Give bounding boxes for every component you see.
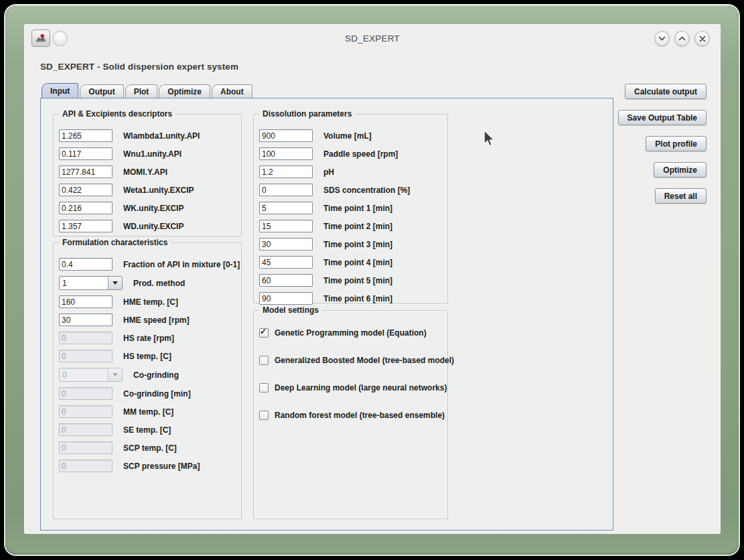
label-hme-speed-rpm: HME speed [rpm] [123, 316, 190, 325]
field-hme-speed-rpm[interactable] [59, 313, 113, 326]
field-scp-pressure-mpa [59, 460, 113, 472]
field-wd-unity-excip[interactable] [59, 220, 113, 232]
combo-value: 1 [60, 277, 108, 289]
field-row: Wnu1.unity.API [59, 147, 241, 160]
checkbox-deep-learning-model-large-neural-networks[interactable] [259, 383, 269, 393]
checkbox-random-forest-model-tree-based-ensemble[interactable] [259, 411, 269, 420]
label-volume-ml: Volume [mL] [323, 131, 372, 141]
field-row: HME speed [rpm] [59, 313, 241, 326]
checkbox-generalized-boosted-model-tree-based-model[interactable] [259, 356, 269, 365]
field-row: SCP pressure [MPa] [59, 460, 241, 472]
label-co-grinding: Co-grinding [133, 370, 179, 380]
field-row: HS rate [rpm] [59, 332, 241, 344]
field-row: Volume [mL] [259, 129, 447, 142]
field-ph[interactable] [259, 165, 313, 178]
group-title: Formulation characteristics [59, 238, 171, 247]
label-wnu1-unity-api: Wnu1.unity.API [123, 149, 181, 159]
field-wnu1-unity-api[interactable] [59, 147, 113, 160]
checkbox-label: Deep Learning model (large neural networ… [275, 383, 447, 393]
label-hme-temp-c: HME temp. [C] [123, 297, 178, 307]
field-time-point-4-min[interactable] [259, 256, 313, 269]
combo-prod-method[interactable]: 1 [59, 276, 123, 290]
tab-bar: InputOutputPlotOptimizeAbout [42, 84, 254, 98]
label-time-point-6-min: Time point 6 [min] [323, 294, 392, 303]
chevron-up-icon[interactable] [674, 31, 690, 46]
field-row: Time point 3 [min] [259, 238, 447, 251]
label-time-point-2-min: Time point 2 [min] [323, 222, 392, 231]
field-sds-concentration[interactable] [259, 184, 313, 196]
field-time-point-3-min[interactable] [259, 238, 313, 251]
label-scp-temp-c: SCP temp. [C] [123, 443, 177, 453]
group-dissolution-parameters: Dissolution parameters Volume [mL]Paddle… [253, 114, 448, 303]
page-title: SD_EXPERT - Solid dispersion expert syst… [40, 62, 238, 72]
field-row: HS temp. [C] [59, 350, 241, 362]
label-wd-unity-excip: WD.unity.EXCIP [123, 222, 183, 231]
label-sds-concentration: SDS concentration [%] [323, 186, 410, 195]
plot-profile-button[interactable]: Plot profile [646, 136, 706, 151]
field-row: Wlambda1.unity.API [59, 129, 241, 142]
field-time-point-2-min[interactable] [259, 220, 313, 232]
label-fraction-of-api-in-mixture-0-1: Fraction of API in mixture [0-1] [123, 260, 240, 269]
chevron-down-icon[interactable] [654, 31, 670, 46]
label-ph: pH [323, 167, 334, 177]
field-row: Time point 5 [min] [259, 274, 447, 287]
optimize-button[interactable]: Optimize [654, 162, 706, 178]
chevron-down-icon [108, 368, 122, 381]
field-hs-rate-rpm [59, 332, 113, 344]
field-volume-ml[interactable] [259, 129, 313, 142]
combo-co-grinding: 0 [59, 368, 123, 382]
checkbox-row: Deep Learning model (large neural networ… [259, 383, 447, 393]
field-wlambda1-unity-api[interactable] [59, 129, 113, 142]
field-wk-unity-excip[interactable] [59, 202, 113, 214]
group-title: API & Excipients descriptors [59, 109, 175, 119]
input-tab-panel: API & Excipients descriptors Wlambda1.un… [40, 98, 613, 531]
field-row: 0Co-grinding [59, 368, 241, 382]
label-weta1-unity-excip: Weta1.unity.EXCIP [123, 186, 194, 195]
label-co-grinding-min: Co-grinding [min] [123, 389, 191, 399]
checkbox-label: Random forest model (tree-based ensemble… [275, 411, 445, 420]
dropdown-arrow [113, 373, 118, 376]
close-icon[interactable] [694, 31, 710, 46]
field-momi-y-api[interactable] [59, 165, 113, 178]
field-time-point-5-min[interactable] [259, 274, 313, 287]
group-title: Model settings [259, 305, 322, 315]
tab-optimize[interactable]: Optimize [159, 84, 210, 98]
field-time-point-6-min[interactable] [259, 292, 313, 305]
tab-input[interactable]: Input [42, 83, 78, 98]
field-row: Time point 4 [min] [259, 256, 447, 269]
group-formulation-characteristics: Formulation characteristics Fraction of … [53, 242, 242, 519]
save-output-table-button[interactable]: Save Output Table [618, 110, 706, 125]
checkbox-row: Generalized Boosted Model (tree-based mo… [259, 356, 447, 365]
field-time-point-1-min[interactable] [259, 202, 313, 214]
label-wlambda1-unity-api: Wlambda1.unity.API [123, 131, 200, 141]
field-weta1-unity-excip[interactable] [59, 184, 113, 196]
tab-about[interactable]: About [212, 84, 252, 98]
tab-plot[interactable]: Plot [125, 84, 158, 98]
tab-output[interactable]: Output [80, 84, 123, 98]
field-hme-temp-c[interactable] [59, 295, 113, 308]
label-scp-pressure-mpa: SCP pressure [MPa] [123, 462, 200, 471]
field-row: Paddle speed [rpm] [259, 147, 447, 160]
chevron-down-icon[interactable] [108, 277, 122, 289]
window-controls [654, 31, 710, 46]
field-row: pH [259, 165, 447, 178]
field-paddle-speed-rpm[interactable] [259, 147, 313, 160]
reset-all-button[interactable]: Reset all [655, 188, 706, 204]
label-wk-unity-excip: WK.unity.EXCIP [123, 204, 183, 213]
group-api-excipients-descriptors: API & Excipients descriptors Wlambda1.un… [53, 114, 242, 236]
field-row: SE temp. [C] [59, 423, 241, 436]
field-row: HME temp. [C] [59, 295, 241, 308]
calculate-output-button[interactable]: Calculate output [625, 84, 706, 99]
label-hs-temp-c: HS temp. [C] [123, 352, 171, 361]
field-row: 1Prod. method [59, 276, 241, 290]
field-fraction-of-api-in-mixture-0-1[interactable] [59, 258, 113, 271]
window-frame: SD_EXPERT SD_EXPERT - Solid dispersion e… [5, 5, 739, 555]
checkbox-label: Generalized Boosted Model (tree-based mo… [275, 356, 454, 365]
label-mm-temp-c: MM temp. [C] [123, 407, 173, 417]
checkbox-genetic-programming-model-equation[interactable] [259, 328, 269, 338]
group-model-settings: Model settings Genetic Programming model… [253, 310, 448, 519]
field-row: MM temp. [C] [59, 405, 241, 418]
label-time-point-5-min: Time point 5 [min] [323, 276, 392, 285]
field-row: Time point 6 [min] [259, 292, 447, 305]
label-momi-y-api: MOMI.Y.API [123, 167, 167, 177]
